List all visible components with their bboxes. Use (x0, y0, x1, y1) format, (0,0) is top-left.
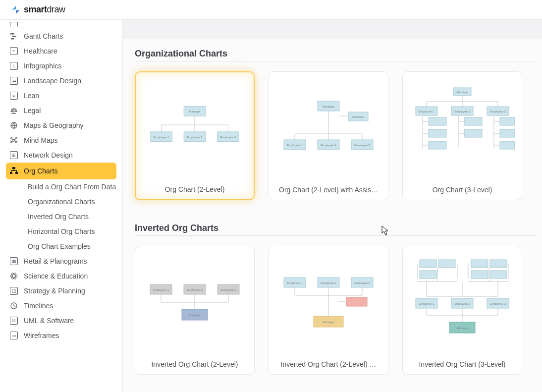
sidebar-item-landscape[interactable]: ⛰Landscape Design (0, 73, 122, 88)
sidebar-subitem[interactable]: Build a Org Chart From Data (0, 179, 122, 194)
svg-rect-64 (346, 297, 367, 306)
template-card[interactable]: ManagerAssistantEmployee 1Employee 2Empl… (269, 71, 388, 200)
template-thumbnail: Employee 1Employee 2Employee 3Manager (135, 246, 254, 354)
svg-rect-49 (500, 141, 515, 149)
main-content: Organizational ChartsManagerEmployee 1Em… (123, 20, 542, 392)
svg-rect-9 (12, 167, 15, 169)
svg-rect-72 (471, 271, 488, 279)
sidebar-item-gantt[interactable]: Gantt Charts (0, 29, 122, 44)
lean-icon: ≡ (9, 91, 19, 101)
svg-text:Employee 1: Employee 1 (419, 302, 434, 305)
template-card[interactable]: Employee 1Employee 2Employee 3ManagerInv… (402, 246, 522, 375)
sidebar-item-label: Strategy & Planning (24, 287, 85, 295)
svg-text:Manager: Manager (456, 327, 468, 330)
sidebar-subitem[interactable]: Organizational Charts (0, 194, 122, 209)
svg-rect-2 (11, 38, 14, 40)
svg-rect-73 (490, 271, 507, 279)
svg-rect-43 (429, 129, 446, 137)
sidebar-item-globe[interactable]: Maps & Geography (0, 118, 122, 133)
template-card-title: Org Chart (2-Level) (136, 179, 254, 199)
svg-text:Manager: Manager (323, 321, 334, 324)
orgchart-icon (9, 166, 19, 176)
svg-rect-48 (500, 129, 515, 137)
section-divider (135, 61, 537, 61)
sidebar-item-label: Healthcare (24, 47, 57, 55)
svg-text:Employee 3: Employee 3 (490, 302, 506, 305)
svg-text:Employee 2: Employee 2 (321, 281, 336, 284)
template-card-title: Org Chart (2-Level) with Assis… (269, 180, 388, 200)
svg-rect-45 (464, 117, 482, 125)
card-row: Employee 1Employee 2Employee 3ManagerInv… (135, 246, 537, 375)
template-card[interactable]: Employee 1Employee 2Employee 3ManagerInv… (135, 246, 255, 375)
template-card-title: Inverted Org Chart (2-Level) … (269, 354, 388, 374)
sidebar-item-retail[interactable]: ▦Retail & Planograms (0, 254, 122, 269)
svg-text:Manager: Manager (323, 105, 334, 108)
svg-rect-11 (15, 172, 18, 174)
svg-text:Employee 2: Employee 2 (187, 288, 203, 291)
template-card-title: Inverted Org Chart (3-Level) (403, 354, 522, 374)
sidebar-item-plus[interactable]: +Healthcare (0, 44, 122, 58)
sidebar-item-label: UML & Software (24, 317, 74, 325)
sidebar-item-label: Maps & Geography (24, 121, 84, 129)
svg-text:Employee 1: Employee 1 (287, 281, 303, 284)
template-card[interactable]: Employee 1Employee 2Employee 3ManagerInv… (269, 246, 388, 375)
sidebar-subitem[interactable]: Inverted Org Charts (0, 209, 122, 224)
sidebar-subitem[interactable]: Horizontal Org Charts (0, 224, 122, 239)
sidebar-subitem[interactable]: Org Chart Examples (0, 239, 122, 254)
retail-icon: ▦ (9, 256, 19, 266)
svg-text:Employee 2: Employee 2 (321, 144, 336, 147)
sidebar-item-wireframe[interactable]: ▭Wireframes (0, 328, 122, 343)
sidebar-item-partial (0, 20, 122, 29)
sidebar-item-label: Gantt Charts (24, 32, 63, 40)
template-card[interactable]: ManagerEmployee 1Employee 2Employee 3Org… (402, 71, 522, 200)
plus-icon: + (9, 46, 19, 56)
content-top-bar (123, 20, 542, 39)
svg-rect-0 (10, 33, 14, 35)
sidebar-item-label: Wireframes (24, 332, 59, 339)
mindmap-icon (9, 135, 19, 145)
svg-rect-67 (420, 260, 436, 268)
template-thumbnail: Employee 1Employee 2Employee 3Manager (269, 246, 388, 354)
sidebar-item-lean[interactable]: ≡Lean (0, 88, 122, 103)
svg-rect-44 (429, 141, 446, 149)
section-divider (135, 235, 537, 236)
sidebar-item-strategy[interactable]: ◫Strategy & Planning (0, 283, 122, 298)
clock-icon (9, 301, 19, 311)
brand-logo[interactable]: smartdraw (11, 4, 65, 15)
svg-text:Manager: Manager (189, 314, 201, 317)
template-card-title: Inverted Org Chart (2-Level) (135, 354, 254, 374)
sidebar-item-info[interactable]: iInfographics (0, 58, 122, 73)
sidebar-item-atom[interactable]: Science & Education (0, 269, 122, 283)
gantt-icon (9, 31, 19, 41)
brand-logo-icon (11, 5, 21, 15)
landscape-icon: ⛰ (9, 76, 19, 86)
svg-text:Assistant: Assistant (352, 115, 365, 118)
sidebar-item-orgchart[interactable]: Org Charts (6, 163, 116, 179)
sidebar-item-label: Network Design (24, 151, 73, 159)
svg-text:Employee 3: Employee 3 (354, 281, 370, 284)
sidebar-item-scales[interactable]: Legal (0, 103, 122, 118)
svg-text:Employee 1: Employee 1 (419, 110, 434, 113)
wireframe-icon: ▭ (9, 331, 19, 340)
sidebar-item-uml[interactable]: UUML & Software (0, 313, 122, 328)
svg-text:Employee 3: Employee 3 (490, 110, 506, 113)
sidebar-item-network[interactable]: ⊞Network Design (0, 148, 122, 163)
svg-text:Employee 1: Employee 1 (154, 136, 169, 139)
template-thumbnail: Employee 1Employee 2Employee 3Manager (403, 246, 522, 354)
sidebar-item-mindmap[interactable]: Mind Maps (0, 133, 122, 148)
svg-text:Employee 2: Employee 2 (454, 110, 470, 113)
sidebar-item-label: Infographics (24, 62, 61, 70)
network-icon: ⊞ (9, 150, 19, 160)
template-card[interactable]: ManagerEmployee 1Employee 2Employee 3Org… (135, 71, 255, 200)
sidebar-item-label: Lean (24, 92, 39, 100)
template-thumbnail: ManagerEmployee 1Employee 2Employee 3 (403, 72, 522, 180)
sidebar-item-label: Landscape Design (24, 77, 81, 85)
svg-rect-68 (438, 260, 455, 268)
sidebar-item-clock[interactable]: Timelines (0, 298, 122, 313)
svg-rect-10 (10, 172, 12, 174)
globe-icon (9, 120, 19, 130)
svg-text:Employee 3: Employee 3 (220, 288, 236, 291)
atom-icon (9, 271, 19, 281)
sidebar-item-label: Retail & Planograms (24, 257, 87, 265)
info-icon: i (9, 61, 19, 71)
